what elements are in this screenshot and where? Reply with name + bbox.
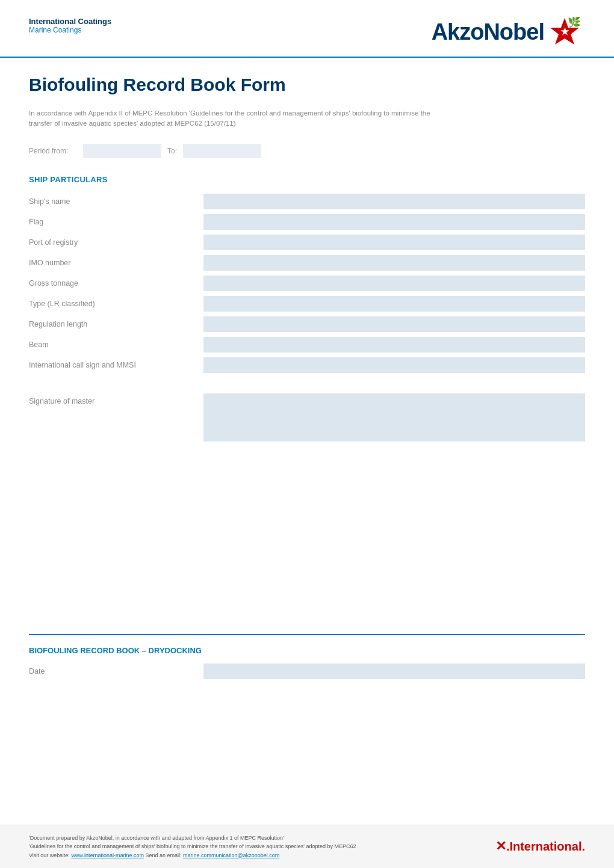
flag-input[interactable] (203, 214, 585, 230)
date-input[interactable] (203, 663, 585, 679)
table-row: Port of registry (29, 232, 585, 253)
company-name: International Coatings (29, 17, 111, 26)
field-label-port-of-registry: Port of registry (29, 232, 203, 253)
regulation-length-input[interactable] (203, 316, 585, 332)
footer-logo-text: .International. (506, 840, 585, 853)
logo-badge-icon: ★ 🌿 (544, 17, 585, 47)
field-label-regulation-length: Regulation length (29, 314, 203, 334)
signature-box[interactable] (203, 393, 585, 442)
table-row: Type (LR classified) (29, 294, 585, 314)
page-title: Biofouling Record Book Form (29, 75, 585, 95)
field-label-flag: Flag (29, 212, 203, 232)
gross-tonnage-input[interactable] (203, 275, 585, 291)
footer-email-link[interactable]: marine.communication@akzonobel.com (183, 852, 279, 858)
period-to-label: To: (167, 147, 177, 155)
footer-website-link[interactable]: www.international-marine.com (71, 852, 144, 858)
ship-particulars-table: Ship's name Flag Port of registry IMO nu… (29, 191, 585, 375)
footer-line1: 'Document prepared by AkzoNobel, in acco… (29, 835, 284, 841)
sub-name: Marine Coatings (29, 26, 111, 34)
logo-text: AkzoNobel (432, 19, 544, 45)
ships-name-input[interactable] (203, 194, 585, 209)
ship-particulars-title: SHIP PARTICULARS (29, 175, 585, 184)
footer-logo: ✕.International. (495, 839, 585, 854)
date-label: Date (29, 667, 203, 676)
footer-line2: 'Guidelines for the control and manageme… (29, 843, 356, 849)
header-left: International Coatings Marine Coatings (29, 17, 111, 34)
table-row: Regulation length (29, 314, 585, 334)
second-section: BIOFOULING RECORD BOOK – DRYDOCKING Date (29, 634, 585, 679)
table-row: Flag (29, 212, 585, 232)
field-label-imo-number: IMO number (29, 253, 203, 273)
footer-text: 'Document prepared by AkzoNobel, in acco… (29, 834, 356, 860)
akzonobel-logo: AkzoNobel ★ 🌿 (432, 17, 585, 47)
table-row: Gross tonnage (29, 273, 585, 294)
drydocking-title: BIOFOULING RECORD BOOK – DRYDOCKING (29, 646, 585, 655)
field-label-ships-name: Ship's name (29, 191, 203, 212)
footer-website-prefix: Visit our website: (29, 852, 71, 858)
table-row: Ship's name (29, 191, 585, 212)
svg-text:🌿: 🌿 (568, 17, 581, 28)
signature-label: Signature of master (29, 393, 203, 405)
period-from-input[interactable] (83, 144, 161, 158)
field-label-beam: Beam (29, 334, 203, 355)
table-row: IMO number (29, 253, 585, 273)
signature-section: Signature of master (29, 393, 585, 442)
footer-logo-x: ✕ (495, 839, 506, 854)
port-of-registry-input[interactable] (203, 235, 585, 250)
page-footer: 'Document prepared by AkzoNobel, in acco… (0, 825, 614, 868)
period-to-input[interactable] (183, 144, 261, 158)
field-label-gross-tonnage: Gross tonnage (29, 273, 203, 294)
table-row: International call sign and MMSI (29, 355, 585, 375)
period-from-label: Period from: (29, 147, 77, 155)
beam-input[interactable] (203, 337, 585, 352)
call-sign-input[interactable] (203, 357, 585, 373)
table-row: Beam (29, 334, 585, 355)
main-content: Biofouling Record Book Form In accordanc… (0, 58, 614, 691)
page-header: International Coatings Marine Coatings A… (0, 0, 614, 58)
field-label-type: Type (LR classified) (29, 294, 203, 314)
svg-text:★: ★ (560, 26, 569, 37)
description-text: In accordance with Appendix II of MEPC R… (29, 108, 438, 129)
date-row: Date (29, 663, 585, 679)
field-label-call-sign: International call sign and MMSI (29, 355, 203, 375)
type-input[interactable] (203, 296, 585, 312)
period-row: Period from: To: (29, 144, 585, 158)
imo-number-input[interactable] (203, 255, 585, 271)
footer-email-prefix: Send an email: (145, 852, 183, 858)
